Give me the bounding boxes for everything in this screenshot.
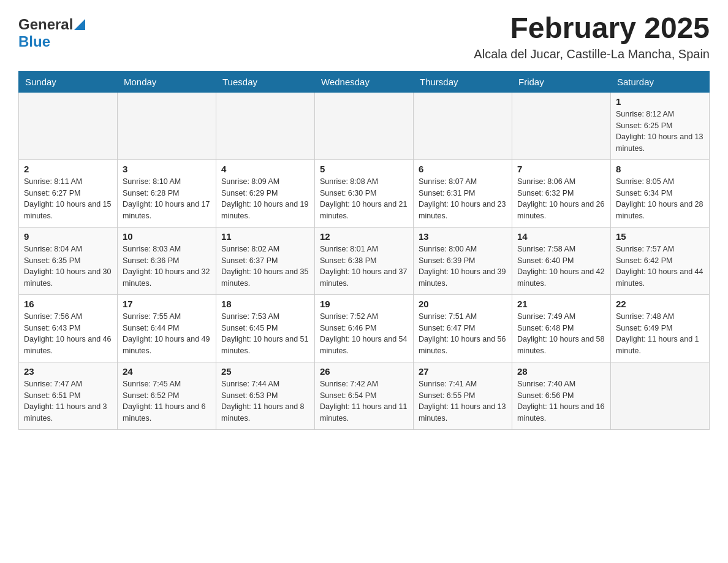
day-number: 7 (517, 164, 605, 174)
header: General Blue February 2025 Alcala del Ju… (18, 12, 710, 61)
calendar-cell: 11Sunrise: 8:02 AM Sunset: 6:37 PM Dayli… (216, 227, 315, 294)
day-info: Sunrise: 8:05 AM Sunset: 6:34 PM Dayligh… (616, 176, 704, 222)
calendar-cell: 13Sunrise: 8:00 AM Sunset: 6:39 PM Dayli… (414, 227, 512, 294)
day-info: Sunrise: 7:49 AM Sunset: 6:48 PM Dayligh… (517, 311, 605, 357)
day-number: 16 (24, 299, 112, 309)
day-info: Sunrise: 7:56 AM Sunset: 6:43 PM Dayligh… (24, 311, 112, 357)
weekday-header-friday: Friday (512, 71, 611, 92)
weekday-header-wednesday: Wednesday (315, 71, 414, 92)
calendar-cell: 6Sunrise: 8:07 AM Sunset: 6:31 PM Daylig… (414, 159, 512, 227)
calendar-cell: 27Sunrise: 7:41 AM Sunset: 6:55 PM Dayli… (414, 362, 512, 429)
day-info: Sunrise: 8:00 AM Sunset: 6:39 PM Dayligh… (419, 243, 507, 289)
day-number: 12 (320, 231, 408, 242)
day-number: 5 (320, 164, 408, 174)
day-info: Sunrise: 7:42 AM Sunset: 6:54 PM Dayligh… (320, 378, 408, 424)
day-number: 13 (419, 231, 507, 242)
calendar-cell: 20Sunrise: 7:51 AM Sunset: 6:47 PM Dayli… (414, 294, 512, 362)
weekday-header-monday: Monday (118, 71, 216, 92)
calendar-cell: 24Sunrise: 7:45 AM Sunset: 6:52 PM Dayli… (118, 362, 216, 429)
day-info: Sunrise: 7:55 AM Sunset: 6:44 PM Dayligh… (123, 311, 211, 357)
calendar-cell: 28Sunrise: 7:40 AM Sunset: 6:56 PM Dayli… (512, 362, 611, 429)
day-info: Sunrise: 7:53 AM Sunset: 6:45 PM Dayligh… (221, 311, 309, 357)
calendar-cell: 5Sunrise: 8:08 AM Sunset: 6:30 PM Daylig… (315, 159, 414, 227)
weekday-header-saturday: Saturday (611, 71, 710, 92)
day-info: Sunrise: 7:51 AM Sunset: 6:47 PM Dayligh… (419, 311, 507, 357)
day-info: Sunrise: 8:10 AM Sunset: 6:28 PM Dayligh… (123, 176, 211, 222)
calendar-cell: 16Sunrise: 7:56 AM Sunset: 6:43 PM Dayli… (19, 294, 118, 362)
day-info: Sunrise: 7:41 AM Sunset: 6:55 PM Dayligh… (419, 378, 507, 424)
day-number: 25 (221, 366, 309, 377)
calendar-cell: 7Sunrise: 8:06 AM Sunset: 6:32 PM Daylig… (512, 159, 611, 227)
day-info: Sunrise: 7:48 AM Sunset: 6:49 PM Dayligh… (616, 311, 704, 357)
day-number: 23 (24, 366, 112, 377)
calendar-cell: 17Sunrise: 7:55 AM Sunset: 6:44 PM Dayli… (118, 294, 216, 362)
calendar-cell: 23Sunrise: 7:47 AM Sunset: 6:51 PM Dayli… (19, 362, 118, 429)
calendar-cell: 15Sunrise: 7:57 AM Sunset: 6:42 PM Dayli… (611, 227, 710, 294)
day-info: Sunrise: 8:09 AM Sunset: 6:29 PM Dayligh… (221, 176, 309, 222)
day-number: 4 (221, 164, 309, 174)
calendar-cell: 9Sunrise: 8:04 AM Sunset: 6:35 PM Daylig… (19, 227, 118, 294)
title-area: February 2025 Alcala del Jucar, Castille… (474, 12, 710, 61)
calendar-cell: 10Sunrise: 8:03 AM Sunset: 6:36 PM Dayli… (118, 227, 216, 294)
logo-blue-text: Blue (18, 33, 50, 50)
day-number: 2 (24, 164, 112, 174)
day-number: 1 (616, 96, 704, 107)
day-number: 9 (24, 231, 112, 242)
calendar-cell (512, 92, 611, 159)
day-info: Sunrise: 7:45 AM Sunset: 6:52 PM Dayligh… (123, 378, 211, 424)
calendar-cell: 21Sunrise: 7:49 AM Sunset: 6:48 PM Dayli… (512, 294, 611, 362)
logo-general-text: General (18, 16, 73, 33)
calendar-cell: 8Sunrise: 8:05 AM Sunset: 6:34 PM Daylig… (611, 159, 710, 227)
day-number: 14 (517, 231, 605, 242)
day-number: 18 (221, 299, 309, 309)
day-info: Sunrise: 8:01 AM Sunset: 6:38 PM Dayligh… (320, 243, 408, 289)
day-number: 26 (320, 366, 408, 377)
day-number: 24 (123, 366, 211, 377)
day-number: 10 (123, 231, 211, 242)
day-info: Sunrise: 7:40 AM Sunset: 6:56 PM Dayligh… (517, 378, 605, 424)
day-number: 28 (517, 366, 605, 377)
day-number: 8 (616, 164, 704, 174)
location-title: Alcala del Jucar, Castille-La Mancha, Sp… (474, 47, 710, 61)
weekday-header-tuesday: Tuesday (216, 71, 315, 92)
svg-marker-0 (74, 19, 85, 30)
day-info: Sunrise: 7:58 AM Sunset: 6:40 PM Dayligh… (517, 243, 605, 289)
day-number: 17 (123, 299, 211, 309)
calendar-week-row: 2Sunrise: 8:11 AM Sunset: 6:27 PM Daylig… (19, 159, 710, 227)
day-number: 15 (616, 231, 704, 242)
calendar-cell (611, 362, 710, 429)
day-info: Sunrise: 7:44 AM Sunset: 6:53 PM Dayligh… (221, 378, 309, 424)
day-number: 20 (419, 299, 507, 309)
calendar-cell (19, 92, 118, 159)
day-number: 11 (221, 231, 309, 242)
calendar-cell: 4Sunrise: 8:09 AM Sunset: 6:29 PM Daylig… (216, 159, 315, 227)
day-info: Sunrise: 8:11 AM Sunset: 6:27 PM Dayligh… (24, 176, 112, 222)
calendar-week-row: 16Sunrise: 7:56 AM Sunset: 6:43 PM Dayli… (19, 294, 710, 362)
day-info: Sunrise: 8:06 AM Sunset: 6:32 PM Dayligh… (517, 176, 605, 222)
calendar-week-row: 23Sunrise: 7:47 AM Sunset: 6:51 PM Dayli… (19, 362, 710, 429)
calendar-cell: 1Sunrise: 8:12 AM Sunset: 6:25 PM Daylig… (611, 92, 710, 159)
logo-triangle-icon (74, 19, 85, 30)
calendar-cell: 18Sunrise: 7:53 AM Sunset: 6:45 PM Dayli… (216, 294, 315, 362)
calendar-week-row: 9Sunrise: 8:04 AM Sunset: 6:35 PM Daylig… (19, 227, 710, 294)
calendar-cell: 3Sunrise: 8:10 AM Sunset: 6:28 PM Daylig… (118, 159, 216, 227)
weekday-header-sunday: Sunday (19, 71, 118, 92)
day-number: 3 (123, 164, 211, 174)
day-info: Sunrise: 8:08 AM Sunset: 6:30 PM Dayligh… (320, 176, 408, 222)
logo: General Blue (18, 12, 85, 50)
day-info: Sunrise: 8:04 AM Sunset: 6:35 PM Dayligh… (24, 243, 112, 289)
calendar-cell: 19Sunrise: 7:52 AM Sunset: 6:46 PM Dayli… (315, 294, 414, 362)
calendar-cell: 12Sunrise: 8:01 AM Sunset: 6:38 PM Dayli… (315, 227, 414, 294)
calendar-cell: 14Sunrise: 7:58 AM Sunset: 6:40 PM Dayli… (512, 227, 611, 294)
calendar-cell (118, 92, 216, 159)
calendar-cell (216, 92, 315, 159)
calendar-table: SundayMondayTuesdayWednesdayThursdayFrid… (18, 71, 710, 430)
calendar-cell: 26Sunrise: 7:42 AM Sunset: 6:54 PM Dayli… (315, 362, 414, 429)
weekday-header-row: SundayMondayTuesdayWednesdayThursdayFrid… (19, 71, 710, 92)
day-info: Sunrise: 8:12 AM Sunset: 6:25 PM Dayligh… (616, 109, 704, 155)
day-info: Sunrise: 8:07 AM Sunset: 6:31 PM Dayligh… (419, 176, 507, 222)
calendar-cell: 2Sunrise: 8:11 AM Sunset: 6:27 PM Daylig… (19, 159, 118, 227)
calendar-cell (414, 92, 512, 159)
calendar-cell: 22Sunrise: 7:48 AM Sunset: 6:49 PM Dayli… (611, 294, 710, 362)
month-title: February 2025 (474, 12, 710, 45)
